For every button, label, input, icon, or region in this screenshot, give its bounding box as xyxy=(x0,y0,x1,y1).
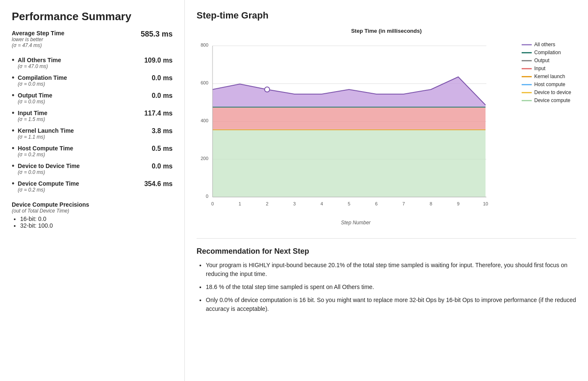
legend-label: Input xyxy=(534,66,546,71)
metric-item: • Host Compute Time (σ = 0.2 ms) 0.5 ms xyxy=(12,145,173,158)
svg-text:6: 6 xyxy=(375,201,378,206)
metric-text: Input Time (σ = 1.5 ms) xyxy=(18,110,135,122)
legend-label: Kernel launch xyxy=(534,74,565,79)
all-others-area xyxy=(213,77,486,107)
legend-item: Input xyxy=(522,66,576,71)
svg-text:800: 800 xyxy=(201,42,208,47)
metric-name: Input Time xyxy=(18,110,135,116)
metric-item: • Input Time (σ = 1.5 ms) 117.4 ms xyxy=(12,110,173,122)
metric-value: 0.0 ms xyxy=(135,163,173,170)
recommendation-section: Recommendation for Next Step Your progra… xyxy=(197,247,576,313)
device-compute-area xyxy=(213,130,486,197)
tooltip-dot[interactable] xyxy=(265,87,270,92)
dp-sub: (out of Total Device Time) xyxy=(12,208,173,214)
metric-value: 0.0 ms xyxy=(135,74,173,82)
avg-step-time-section: Average Step Time lower is better (σ = 4… xyxy=(12,30,173,48)
metric-text: Compilation Time (σ = 0.0 ms) xyxy=(18,74,135,87)
avg-step-sub1: lower is better xyxy=(12,37,64,42)
legend-item: Host compute xyxy=(522,81,576,87)
legend-item: Device compute xyxy=(522,97,576,103)
avg-step-sub2: (σ = 47.4 ms) xyxy=(12,42,64,48)
metric-sigma: (σ = 0.0 ms) xyxy=(18,81,135,87)
chart-axis-title: Step Time (in milliseconds) xyxy=(197,28,576,34)
svg-text:400: 400 xyxy=(201,118,208,123)
svg-text:9: 9 xyxy=(457,201,459,206)
bullet-icon: • xyxy=(12,56,14,65)
avg-step-value: 585.3 ms xyxy=(141,30,173,39)
legend-color xyxy=(522,76,532,77)
bullet-icon: • xyxy=(12,126,14,135)
legend-item: All others xyxy=(522,42,576,47)
legend-label: Output xyxy=(534,58,549,63)
svg-text:0: 0 xyxy=(206,194,208,199)
dp-item: 16-bit: 0.0 xyxy=(20,215,173,222)
recommendation-title: Recommendation for Next Step xyxy=(197,247,576,256)
right-panel: Step-time Graph Step Time (in millisecon… xyxy=(185,0,588,381)
metric-value: 109.0 ms xyxy=(135,57,173,64)
bullet-icon: • xyxy=(12,179,14,188)
bullet-icon: • xyxy=(12,162,14,171)
svg-text:0: 0 xyxy=(211,201,214,206)
metric-name: Compilation Time xyxy=(18,74,135,81)
svg-text:2: 2 xyxy=(266,201,268,206)
device-precision-section: Device Compute Precisions (out of Total … xyxy=(12,201,173,229)
metric-value: 3.8 ms xyxy=(135,127,173,135)
svg-text:8: 8 xyxy=(430,201,432,206)
metric-sigma: (σ = 1.5 ms) xyxy=(18,116,135,122)
graph-area: Step Time (in milliseconds) 800 600 400 … xyxy=(197,28,576,226)
legend-label: Device to device xyxy=(534,89,571,95)
metric-name: Output Time xyxy=(18,92,135,99)
metric-value: 354.6 ms xyxy=(135,180,173,188)
svg-text:4: 4 xyxy=(320,201,323,206)
rec-item: Your program is HIGHLY input-bound becau… xyxy=(206,261,576,279)
svg-text:3: 3 xyxy=(293,201,296,206)
metric-item: • Device to Device Time (σ = 0.0 ms) 0.0… xyxy=(12,163,173,175)
metric-text: Device Compute Time (σ = 0.2 ms) xyxy=(18,180,135,193)
legend-item: Output xyxy=(522,58,576,63)
chart-wrapper: 800 600 400 200 0 0 1 2 3 xyxy=(197,37,515,226)
metric-text: All Others Time (σ = 47.0 ms) xyxy=(18,57,135,69)
legend-label: Device compute xyxy=(534,97,570,103)
legend-item: Device to device xyxy=(522,89,576,95)
graph-title: Step-time Graph xyxy=(197,10,576,21)
avg-step-label: Average Step Time xyxy=(12,30,64,37)
metric-item: • Output Time (σ = 0.0 ms) 0.0 ms xyxy=(12,92,173,105)
metric-value: 0.0 ms xyxy=(135,92,173,100)
metric-value: 0.5 ms xyxy=(135,145,173,152)
metric-sigma: (σ = 0.2 ms) xyxy=(18,187,135,193)
metric-text: Kernel Launch Time (σ = 1.1 ms) xyxy=(18,127,135,140)
metric-sigma: (σ = 1.1 ms) xyxy=(18,134,135,140)
metric-name: Device Compute Time xyxy=(18,180,135,187)
metric-item: • All Others Time (σ = 47.0 ms) 109.0 ms xyxy=(12,57,173,69)
metric-name: Host Compute Time xyxy=(18,145,135,152)
svg-text:5: 5 xyxy=(348,201,350,206)
bullet-icon: • xyxy=(12,109,14,118)
metric-list: • All Others Time (σ = 47.0 ms) 109.0 ms… xyxy=(12,57,173,193)
svg-text:1: 1 xyxy=(239,201,241,206)
legend-item: Kernel launch xyxy=(522,74,576,79)
chart-container: 800 600 400 200 0 0 1 2 3 xyxy=(197,37,576,226)
step-time-chart: 800 600 400 200 0 0 1 2 3 xyxy=(197,37,499,218)
metric-sigma: (σ = 0.0 ms) xyxy=(18,99,135,105)
metric-item: • Kernel Launch Time (σ = 1.1 ms) 3.8 ms xyxy=(12,127,173,140)
metric-item: • Device Compute Time (σ = 0.2 ms) 354.6… xyxy=(12,180,173,193)
rec-list: Your program is HIGHLY input-bound becau… xyxy=(197,261,576,313)
svg-text:600: 600 xyxy=(201,80,208,85)
legend-color xyxy=(522,68,532,69)
metric-text: Output Time (σ = 0.0 ms) xyxy=(18,92,135,105)
bullet-icon: • xyxy=(12,144,14,153)
metric-name: Kernel Launch Time xyxy=(18,127,135,134)
metric-sigma: (σ = 0.2 ms) xyxy=(18,152,135,158)
dp-item: 32-bit: 100.0 xyxy=(20,222,173,229)
legend-color xyxy=(522,92,532,93)
svg-text:10: 10 xyxy=(483,201,488,206)
legend-item: Compilation xyxy=(522,50,576,55)
x-axis-label: Step Number xyxy=(197,220,515,226)
section-divider xyxy=(197,238,576,239)
metric-name: All Others Time xyxy=(18,57,135,63)
legend-color xyxy=(522,60,532,61)
bullet-icon: • xyxy=(12,91,14,100)
kernel-launch-area xyxy=(213,129,486,130)
legend-color xyxy=(522,100,532,101)
page-title: Performance Summary xyxy=(12,10,173,23)
